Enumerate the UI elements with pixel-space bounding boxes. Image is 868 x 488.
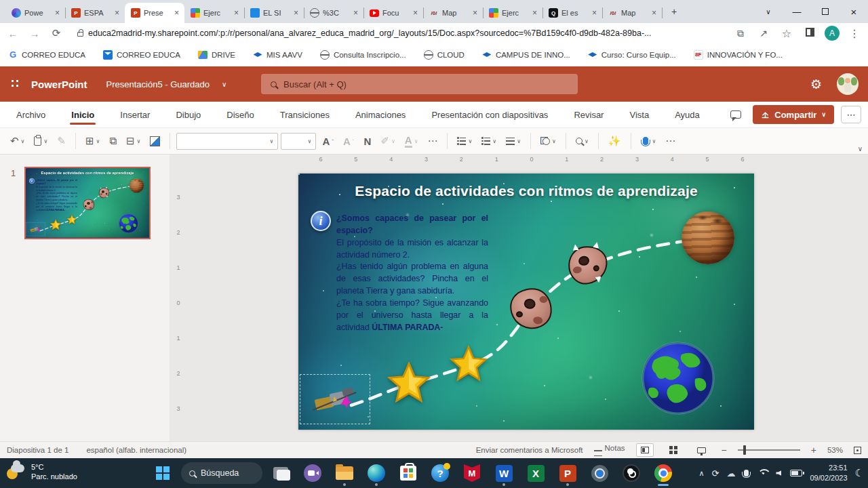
ribbon-tab-ayuda[interactable]: Ayuda	[673, 104, 701, 126]
word-button[interactable]: W	[490, 460, 517, 487]
tab-close-icon[interactable]: ×	[591, 8, 598, 18]
onedrive-cloud-icon[interactable]: ☁	[726, 468, 735, 479]
excel-button[interactable]: X	[522, 460, 549, 487]
numbering-button[interactable]: ∨	[478, 135, 500, 148]
ribbon-tab-vista[interactable]: Vista	[628, 104, 650, 126]
new-tab-button[interactable]: +	[666, 6, 682, 17]
taskbar-clock[interactable]: 23:51 09/02/2023	[810, 463, 847, 483]
speaker-icon[interactable]	[776, 470, 781, 476]
dictate-button[interactable]: ∨	[637, 134, 660, 148]
slide-sorter-view-button[interactable]	[665, 443, 682, 457]
zoom-in-button[interactable]: +	[811, 445, 816, 455]
feedback-link[interactable]: Enviar comentarios a Microsoft	[476, 446, 583, 454]
ribbon-tab-diseno[interactable]: Diseño	[225, 104, 255, 126]
camera-app-button[interactable]	[299, 460, 326, 487]
user-avatar[interactable]	[837, 73, 859, 95]
edge-button[interactable]	[363, 460, 390, 487]
bold-button[interactable]: N	[361, 133, 375, 150]
language-status[interactable]: español (alfab. internacional)	[86, 446, 186, 454]
browser-profile-avatar[interactable]: A	[825, 26, 840, 41]
slide-thumbnail[interactable]: Espacio de actividades con ritmos de apr…	[24, 167, 151, 239]
align-button[interactable]: ∨	[502, 135, 524, 148]
address-bar[interactable]: educa2madrid-my.sharepoint.com/:p:/r/per…	[71, 25, 726, 41]
browser-tab-3-active[interactable]: P Prese ×	[125, 3, 184, 23]
zoom-slider-handle[interactable]	[743, 445, 746, 455]
browser-tab-4[interactable]: Ejerc ×	[184, 3, 244, 23]
powerpoint-button[interactable]: P	[554, 460, 581, 487]
chrome-button[interactable]	[650, 460, 677, 487]
reuse-slides-button[interactable]: ⧉	[106, 132, 120, 150]
more-font-options-button[interactable]: ⋯	[424, 132, 441, 150]
tab-close-icon[interactable]: ×	[352, 8, 359, 18]
window-restore-button[interactable]	[811, 7, 840, 17]
window-minimize-button[interactable]: —	[783, 7, 811, 17]
earth-planet[interactable]	[119, 214, 139, 234]
comments-button[interactable]	[726, 106, 746, 123]
satellite[interactable]	[310, 384, 359, 414]
gold-star-right[interactable]	[66, 214, 77, 225]
tab-close-icon[interactable]: ×	[54, 8, 61, 18]
microphone-icon[interactable]	[744, 470, 749, 476]
bookmark-drive[interactable]: DRIVE	[198, 51, 235, 59]
ribbon-tab-animaciones[interactable]: Animaciones	[354, 104, 407, 126]
ribbon-tab-revisar[interactable]: Revisar	[572, 104, 605, 126]
collapse-ribbon-icon[interactable]: ∨	[858, 145, 863, 152]
sync-icon[interactable]: ⟳	[712, 468, 719, 479]
ribbon-tab-presentacion[interactable]: Presentación con diapositivas	[430, 104, 549, 126]
tab-search-caret-icon[interactable]: ∨	[754, 8, 783, 16]
gold-star-right[interactable]	[449, 344, 488, 384]
toolbar-overflow-button[interactable]: ⋯	[662, 132, 679, 150]
browser-tab-1[interactable]: Powe ×	[5, 3, 65, 23]
bookmark-correo-educa-2[interactable]: CORREO EDUCA	[103, 50, 180, 60]
search-input[interactable]: Buscar (Alt + Q)	[261, 74, 578, 94]
bookmark-star-icon[interactable]: ☆	[778, 27, 795, 40]
selection-box[interactable]	[26, 222, 45, 236]
side-panel-icon[interactable]	[802, 28, 818, 39]
earth-planet[interactable]	[641, 341, 715, 415]
start-button[interactable]	[149, 460, 176, 487]
selection-box[interactable]	[300, 374, 370, 424]
browser-tab-10[interactable]: Q El es ×	[542, 3, 602, 23]
notes-toggle[interactable]: Notas	[594, 444, 625, 457]
format-painter-button[interactable]: ✎	[54, 132, 69, 150]
task-view-button[interactable]	[267, 460, 294, 487]
mcafee-button[interactable]: M	[458, 460, 486, 487]
browser-tab-9[interactable]: Ejerc ×	[483, 3, 542, 23]
forward-button[interactable]: →	[27, 28, 42, 39]
jupiter-planet[interactable]	[682, 211, 734, 264]
new-slide-button[interactable]: ⊞∨	[82, 132, 103, 150]
ribbon-tab-archivo[interactable]: Archivo	[15, 104, 47, 126]
satellite[interactable]	[29, 225, 42, 233]
undo-button[interactable]: ↶∨	[7, 132, 28, 150]
jupiter-planet[interactable]	[130, 178, 144, 192]
slide-body-textbox[interactable]: ¿Somos capaces de pasear por el espacio?…	[36, 179, 77, 211]
bookmark-innovacion[interactable]: 8F INNOVACIÓN Y FO...	[694, 50, 783, 60]
browser-tab-11[interactable]: /0/ Map ×	[602, 3, 662, 23]
tab-close-icon[interactable]: ×	[173, 8, 180, 18]
shapes-button[interactable]: ∨	[537, 134, 559, 148]
bookmark-consulta[interactable]: Consulta Inscripcio...	[320, 50, 406, 60]
share-button[interactable]: Compartir ∨	[753, 105, 834, 124]
file-explorer-button[interactable]	[331, 460, 358, 487]
slide-body-textbox[interactable]: ¿Somos capaces de pasear por el espacio?…	[336, 213, 488, 334]
app-name[interactable]: PowerPoint	[31, 79, 87, 90]
wifi-icon[interactable]	[757, 469, 768, 477]
info-icon[interactable]: i	[311, 211, 331, 231]
highlight-button[interactable]: ✐∨	[377, 132, 398, 150]
info-icon[interactable]: i	[29, 178, 35, 184]
help-button[interactable]: ?	[427, 460, 454, 487]
slide-canvas[interactable]: Espacio de actividades con ritmos de apr…	[298, 174, 754, 430]
slide-title[interactable]: Espacio de actividades con ritmos de apr…	[26, 171, 149, 175]
settings-button[interactable]	[586, 460, 613, 487]
browser-tab-2[interactable]: P ESPA ×	[65, 3, 125, 23]
layout-button[interactable]: ⊟∨	[123, 132, 144, 150]
share-page-icon[interactable]: ↗	[755, 28, 772, 39]
paste-button[interactable]: ∨	[31, 134, 51, 148]
zoom-out-button[interactable]: −	[722, 445, 727, 455]
send-to-device-icon[interactable]: ⧉	[732, 28, 749, 39]
font-color-button[interactable]: A∨	[401, 131, 422, 150]
bookmark-curso[interactable]: Curso: Curso Equip...	[588, 50, 676, 60]
font-size-select[interactable]: ∨	[281, 133, 316, 150]
obs-button[interactable]	[618, 460, 645, 487]
ribbon-tab-inicio[interactable]: Inicio	[70, 104, 96, 126]
